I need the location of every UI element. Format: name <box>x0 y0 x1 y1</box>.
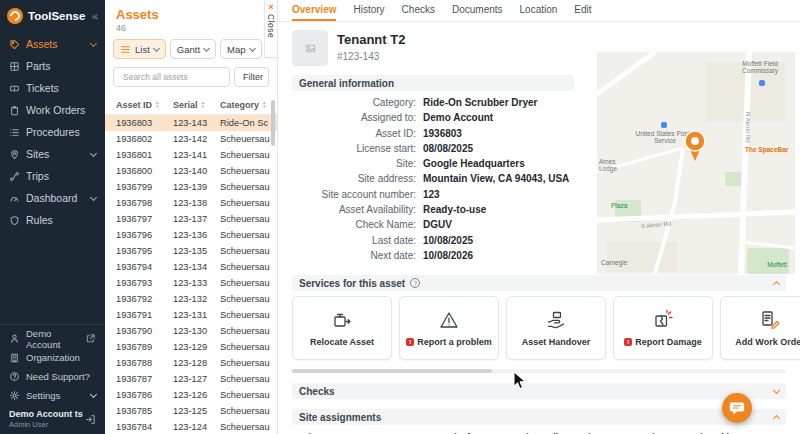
table-row[interactable]: 1936793123-133Scheuersau <box>105 275 277 291</box>
sort-icon[interactable]: ▲▼ <box>262 101 266 109</box>
table-row[interactable]: 1936796123-136Scheuersau <box>105 227 277 243</box>
chat-button[interactable] <box>722 393 752 423</box>
chevron-down-icon <box>90 149 97 156</box>
column-header-asset-id[interactable]: Asset ID▲▼ <box>116 100 173 110</box>
site-assignments-section-header[interactable]: Site assignments <box>292 409 786 425</box>
sidebar-footer-item-demo-account[interactable]: Demo Account <box>0 329 105 348</box>
chevron-down-icon <box>203 44 210 51</box>
help-icon[interactable]: ? <box>410 278 420 288</box>
table-row[interactable]: 1936789123-129Scheuersau <box>105 339 277 355</box>
report-a-problem-card[interactable]: !Report a problem <box>399 296 499 360</box>
list-view-icon <box>120 44 131 55</box>
horizontal-scrollbar-thumb[interactable] <box>292 369 492 373</box>
sidebar-footer-item-organization[interactable]: Organization <box>0 348 105 367</box>
table-row[interactable]: 1936791123-131Scheuersau <box>105 307 277 323</box>
sort-icon[interactable]: ▲▼ <box>155 101 159 109</box>
table-row[interactable]: 1936785123-125Scheuersau <box>105 403 277 419</box>
table-row[interactable]: 1936795123-135Scheuersau <box>105 243 277 259</box>
map-view-button[interactable]: Map <box>220 39 261 59</box>
filter-button[interactable]: Filter <box>234 67 269 87</box>
sidebar-footer-item-need-support[interactable]: Need Support? <box>0 367 105 386</box>
search-input[interactable] <box>123 72 224 82</box>
chevron-down-icon[interactable] <box>773 387 780 394</box>
service-card-text: Report Damage <box>635 337 702 347</box>
column-header-serial[interactable]: Serial▲▼ <box>173 100 220 110</box>
sidebar-item-rules[interactable]: Rules <box>0 209 105 231</box>
search-box[interactable] <box>113 67 230 87</box>
sidebar-item-assets[interactable]: Assets <box>0 33 105 55</box>
tab-edit[interactable]: Edit <box>574 0 591 21</box>
table-row[interactable]: 1936798123-138Scheuersau <box>105 195 277 211</box>
list-view-button[interactable]: List <box>113 39 166 59</box>
table-row[interactable]: 1936792123-132Scheuersau <box>105 291 277 307</box>
table-cell: 1936789 <box>116 342 173 352</box>
asset-titles: Tenannt T2 #123-143 <box>337 30 405 62</box>
chevron-up-icon[interactable] <box>773 281 780 288</box>
add-work-order-card[interactable]: Add Work Order <box>720 296 800 360</box>
sidebar-item-procedures[interactable]: Procedures <box>0 121 105 143</box>
sidebar-item-work-orders[interactable]: Work Orders <box>0 99 105 121</box>
services-heading: Services for this asset <box>299 278 405 289</box>
sidebar-bottom: Demo AccountOrganizationNeed Support?Set… <box>0 324 105 434</box>
field-value: DGUV <box>423 219 452 230</box>
location-map[interactable]: Moffett Field CommissaryUnited States Po… <box>597 52 795 274</box>
sidebar-item-trips[interactable]: Trips <box>0 165 105 187</box>
info-field-assigned-to: Assigned to:Demo Account <box>292 112 574 127</box>
table-row[interactable]: 1936800123-140Scheuersau <box>105 163 277 179</box>
checks-section-header[interactable]: Checks <box>292 383 786 399</box>
sidebar-footer-label: Organization <box>26 352 80 363</box>
user-texts: Demo Account ts Admin User <box>9 409 83 429</box>
tab-checks[interactable]: Checks <box>402 0 435 21</box>
view-button-label: Map <box>227 44 245 55</box>
table-cell: 123-135 <box>173 246 220 256</box>
tab-documents[interactable]: Documents <box>452 0 503 21</box>
field-label: Next date: <box>292 250 416 261</box>
gantt-view-button[interactable]: Gantt <box>170 39 216 59</box>
asset-handover-card[interactable]: Asset Handover <box>506 296 606 360</box>
asset-table-header: Asset ID▲▼Serial▲▼Category▲▼ <box>105 94 277 115</box>
sidebar-footer-label: Settings <box>26 390 60 401</box>
sidebar-item-dashboard[interactable]: Dashboard <box>0 187 105 209</box>
map-label: Moffett <box>767 261 787 268</box>
tab-overview[interactable]: Overview <box>292 0 336 21</box>
table-row[interactable]: 1936786123-126Scheuersau <box>105 387 277 403</box>
map-label: The SpaceBar <box>745 146 793 153</box>
tab-history[interactable]: History <box>353 0 384 21</box>
services-section-header[interactable]: Services for this asset ? <box>292 275 786 291</box>
sidebar-item-parts[interactable]: Parts <box>0 55 105 77</box>
chevron-up-icon[interactable] <box>773 415 780 422</box>
relocate-asset-card[interactable]: Relocate Asset <box>292 296 392 360</box>
table-cell: Scheuersau <box>220 230 277 240</box>
close-icon[interactable]: × <box>268 2 273 12</box>
table-cell: 1936788 <box>116 358 173 368</box>
chevron-down-icon <box>90 193 97 200</box>
procedures-icon <box>9 127 20 138</box>
table-row[interactable]: 1936790123-130Scheuersau <box>105 323 277 339</box>
horizontal-scrollbar-track[interactable] <box>292 369 786 373</box>
logout-icon[interactable] <box>85 414 96 425</box>
chevron-down-icon <box>153 44 160 51</box>
sidebar-collapse-button[interactable]: « <box>92 10 98 22</box>
sidebar-footer-item-settings[interactable]: Settings <box>0 386 105 405</box>
general-fields: Category:Ride-On Scrubber DryerAssigned … <box>292 97 574 265</box>
table-row[interactable]: 1936788123-128Scheuersau <box>105 355 277 371</box>
user-menu[interactable]: Demo Account ts Admin User <box>0 405 105 431</box>
close-detail-button[interactable]: × Close <box>264 0 278 58</box>
table-row[interactable]: 1936801123-141Scheuersau <box>105 147 277 163</box>
trips-icon <box>9 171 20 182</box>
table-row[interactable]: 1936787123-127Scheuersau <box>105 371 277 387</box>
sidebar-item-tickets[interactable]: Tickets <box>0 77 105 99</box>
report-damage-card[interactable]: !Report Damage <box>613 296 713 360</box>
sort-icon[interactable]: ▲▼ <box>201 101 205 109</box>
tab-location[interactable]: Location <box>520 0 558 21</box>
vertical-scrollbar[interactable] <box>271 100 275 146</box>
table-row[interactable]: 1936794123-134Scheuersau <box>105 259 277 275</box>
table-row[interactable]: 1936799123-139Scheuersau <box>105 179 277 195</box>
column-header-category[interactable]: Category▲▼ <box>220 100 277 110</box>
table-row[interactable]: 1936797123-137Scheuersau <box>105 211 277 227</box>
table-row[interactable]: 1936784123-124Scheuersau <box>105 419 277 434</box>
table-row[interactable]: 1936803123-143Ride-On Sc <box>105 115 277 131</box>
service-card-label: Asset Handover <box>522 337 591 347</box>
table-row[interactable]: 1936802123-142Scheuersau <box>105 131 277 147</box>
sidebar-item-sites[interactable]: Sites <box>0 143 105 165</box>
